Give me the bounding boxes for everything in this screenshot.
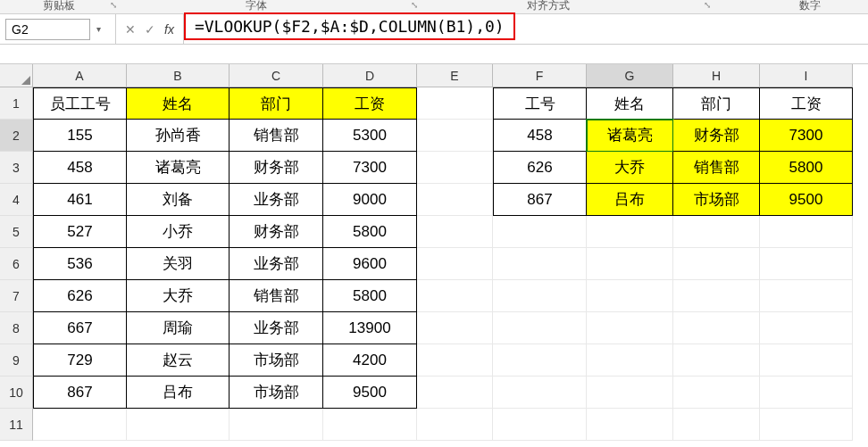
name-box[interactable] (5, 19, 90, 40)
spreadsheet-grid[interactable]: ABCDEFGHI1员工工号姓名部门工资工号姓名部门工资2155孙尚香销售部53… (0, 64, 868, 441)
cell-F4[interactable]: 867 (493, 184, 587, 216)
cell-B5[interactable]: 小乔 (127, 216, 230, 248)
cell-F10[interactable] (493, 377, 587, 409)
cell-B11[interactable] (127, 409, 230, 441)
cell-F7[interactable] (493, 280, 587, 312)
ribbon-launcher-icon[interactable]: ⤡ (411, 0, 418, 10)
cell-G2[interactable]: 诸葛亮 (587, 120, 673, 152)
cell-A1[interactable]: 员工工号 (33, 87, 127, 120)
cell-H9[interactable] (673, 344, 760, 377)
cell-E1[interactable] (417, 87, 493, 120)
cell-B6[interactable]: 关羽 (127, 248, 230, 280)
cell-C6[interactable]: 业务部 (230, 248, 323, 280)
cell-G7[interactable] (587, 280, 673, 312)
cell-B4[interactable]: 刘备 (127, 184, 230, 216)
cell-A8[interactable]: 667 (33, 312, 127, 344)
cell-I2[interactable]: 7300 (760, 120, 853, 152)
cell-H7[interactable] (673, 280, 760, 312)
cell-D3[interactable]: 7300 (323, 152, 417, 184)
cell-B3[interactable]: 诸葛亮 (127, 152, 230, 184)
cell-C1[interactable]: 部门 (230, 87, 323, 120)
cell-H2[interactable]: 财务部 (673, 120, 760, 152)
fx-icon[interactable]: fx (164, 22, 174, 37)
cell-A4[interactable]: 461 (33, 184, 127, 216)
cell-F11[interactable] (493, 409, 587, 441)
cell-D8[interactable]: 13900 (323, 312, 417, 344)
col-header-D[interactable]: D (323, 64, 417, 87)
cell-I3[interactable]: 5800 (760, 152, 853, 184)
cell-I5[interactable] (760, 216, 853, 248)
cell-E10[interactable] (417, 377, 493, 409)
cell-B8[interactable]: 周瑜 (127, 312, 230, 344)
cell-G11[interactable] (587, 409, 673, 441)
cell-D2[interactable]: 5300 (323, 120, 417, 152)
cell-I10[interactable] (760, 377, 853, 409)
cell-B2[interactable]: 孙尚香 (127, 120, 230, 152)
cell-D5[interactable]: 5800 (323, 216, 417, 248)
cell-G9[interactable] (587, 344, 673, 377)
cell-G6[interactable] (587, 248, 673, 280)
row-header-5[interactable]: 5 (0, 216, 33, 248)
cell-B9[interactable]: 赵云 (127, 344, 230, 377)
cell-C8[interactable]: 业务部 (230, 312, 323, 344)
cell-F9[interactable] (493, 344, 587, 377)
cell-C2[interactable]: 销售部 (230, 120, 323, 152)
cell-B10[interactable]: 吕布 (127, 377, 230, 409)
cell-H3[interactable]: 销售部 (673, 152, 760, 184)
cell-C4[interactable]: 业务部 (230, 184, 323, 216)
col-header-I[interactable]: I (760, 64, 853, 87)
cell-H1[interactable]: 部门 (673, 87, 760, 120)
cell-I9[interactable] (760, 344, 853, 377)
cell-C3[interactable]: 财务部 (230, 152, 323, 184)
cell-A6[interactable]: 536 (33, 248, 127, 280)
cancel-icon[interactable]: ✕ (125, 22, 136, 37)
cell-C7[interactable]: 销售部 (230, 280, 323, 312)
select-all-corner[interactable] (0, 64, 33, 87)
row-header-10[interactable]: 10 (0, 377, 33, 409)
col-header-C[interactable]: C (230, 64, 323, 87)
ribbon-launcher-icon[interactable]: ⤡ (110, 0, 117, 10)
row-header-11[interactable]: 11 (0, 409, 33, 441)
cell-D11[interactable] (323, 409, 417, 441)
cell-H11[interactable] (673, 409, 760, 441)
cell-H4[interactable]: 市场部 (673, 184, 760, 216)
cell-G10[interactable] (587, 377, 673, 409)
row-header-4[interactable]: 4 (0, 184, 33, 216)
cell-B7[interactable]: 大乔 (127, 280, 230, 312)
cell-H6[interactable] (673, 248, 760, 280)
cell-H8[interactable] (673, 312, 760, 344)
col-header-E[interactable]: E (417, 64, 493, 87)
cell-H5[interactable] (673, 216, 760, 248)
ribbon-launcher-icon[interactable]: ⤡ (704, 0, 711, 10)
col-header-B[interactable]: B (127, 64, 230, 87)
col-header-A[interactable]: A (33, 64, 127, 87)
cell-E6[interactable] (417, 248, 493, 280)
formula-text[interactable]: =VLOOKUP($F2,$A:$D,COLUMN(B1),0) (184, 12, 515, 40)
formula-bar[interactable]: =VLOOKUP($F2,$A:$D,COLUMN(B1),0) (184, 14, 868, 44)
cell-G4[interactable]: 吕布 (587, 184, 673, 216)
cell-I8[interactable] (760, 312, 853, 344)
col-header-G[interactable]: G (587, 64, 673, 87)
chevron-down-icon[interactable]: ▾ (90, 24, 106, 34)
cell-G3[interactable]: 大乔 (587, 152, 673, 184)
cell-D7[interactable]: 5800 (323, 280, 417, 312)
cell-C9[interactable]: 市场部 (230, 344, 323, 377)
cell-E4[interactable] (417, 184, 493, 216)
cell-A5[interactable]: 527 (33, 216, 127, 248)
cell-F6[interactable] (493, 248, 587, 280)
cell-F8[interactable] (493, 312, 587, 344)
cell-F2[interactable]: 458 (493, 120, 587, 152)
cell-D6[interactable]: 9600 (323, 248, 417, 280)
cell-E2[interactable] (417, 120, 493, 152)
cell-I7[interactable] (760, 280, 853, 312)
row-header-1[interactable]: 1 (0, 87, 33, 120)
row-header-3[interactable]: 3 (0, 152, 33, 184)
cell-A7[interactable]: 626 (33, 280, 127, 312)
col-header-H[interactable]: H (673, 64, 760, 87)
cell-G1[interactable]: 姓名 (587, 87, 673, 120)
cell-I6[interactable] (760, 248, 853, 280)
cell-E7[interactable] (417, 280, 493, 312)
cell-E8[interactable] (417, 312, 493, 344)
cell-B1[interactable]: 姓名 (127, 87, 230, 120)
cell-A9[interactable]: 729 (33, 344, 127, 377)
